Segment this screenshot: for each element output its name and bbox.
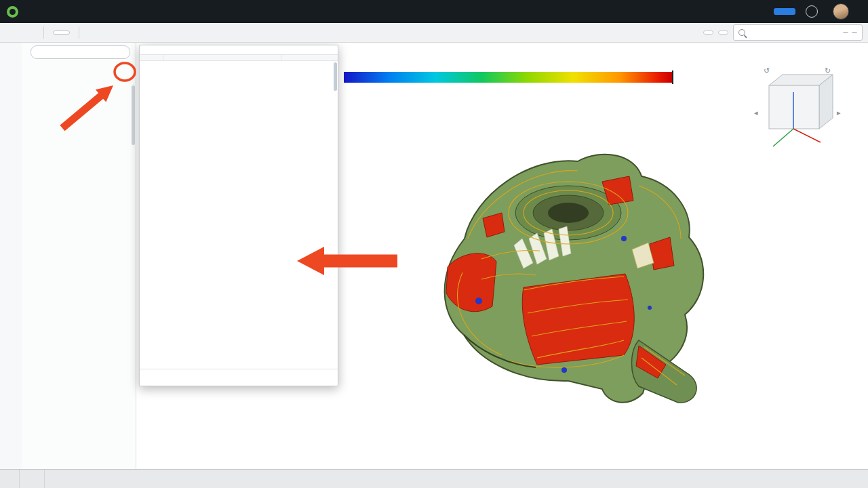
tabbar (0, 469, 868, 488)
y-axis (773, 129, 793, 146)
shortcut-c-key (852, 32, 857, 33)
onshape-logo-icon (7, 6, 18, 18)
topbar (0, 0, 868, 23)
features-header (22, 62, 136, 68)
scrollbar-thumb[interactable] (132, 85, 135, 145)
help-button[interactable] (806, 5, 818, 18)
onshape-app: ◂ ▸ ↺ ↻ (0, 0, 868, 488)
feature-panel (22, 42, 136, 470)
toolbar-right (703, 24, 863, 41)
toolbar-divider (79, 26, 79, 39)
material-dropdown[interactable] (718, 30, 728, 35)
column-time[interactable] (281, 55, 338, 60)
regen-table-body (140, 61, 338, 369)
redo-button[interactable] (23, 25, 39, 40)
feature-filter-row (22, 42, 136, 62)
sketch-button[interactable] (53, 30, 70, 35)
undo-button[interactable] (5, 25, 22, 40)
dialog-title-bar[interactable] (140, 45, 338, 54)
model-opening-hole (548, 203, 589, 223)
column-number[interactable] (140, 55, 163, 60)
feature-filter-input[interactable] (31, 45, 130, 59)
view-cube-front-face[interactable] (769, 85, 819, 129)
parts-section-header[interactable] (22, 68, 136, 83)
regen-table-header (140, 54, 338, 61)
share-button[interactable] (774, 8, 795, 15)
column-feature-name[interactable] (163, 55, 281, 60)
rotate-ccw-icon[interactable]: ↺ (764, 66, 770, 75)
curvature-color-scale[interactable] (344, 72, 672, 83)
shortcut-alt-key (843, 32, 848, 33)
rotate-left-icon[interactable]: ◂ (754, 108, 758, 117)
home-button[interactable] (20, 470, 45, 488)
scrollbar-thumb[interactable] (334, 62, 337, 91)
scale-end-marker (672, 70, 673, 84)
model-lower-rear-cover[interactable] (400, 137, 726, 408)
dialog-footer (140, 369, 338, 386)
add-tab-button[interactable] (0, 470, 20, 488)
x-axis (793, 129, 821, 142)
rotate-right-icon[interactable]: ▸ (837, 108, 841, 117)
scale-ticks (344, 83, 672, 100)
onshape-logo[interactable] (7, 6, 22, 18)
search-tools-box (733, 24, 863, 41)
appearance-dropdown[interactable] (703, 30, 713, 35)
search-tools-input[interactable] (749, 27, 840, 38)
toolbar (0, 23, 868, 43)
left-rail (0, 42, 22, 470)
avatar[interactable] (833, 3, 849, 20)
rotate-cw-icon[interactable]: ↻ (825, 66, 831, 75)
regeneration-times-dialog (139, 45, 338, 386)
view-cube[interactable]: ◂ ▸ ↺ ↻ (734, 57, 863, 165)
search-icon (738, 29, 745, 36)
toolbar-divider (43, 26, 44, 39)
composite-parts-header[interactable] (22, 83, 136, 98)
